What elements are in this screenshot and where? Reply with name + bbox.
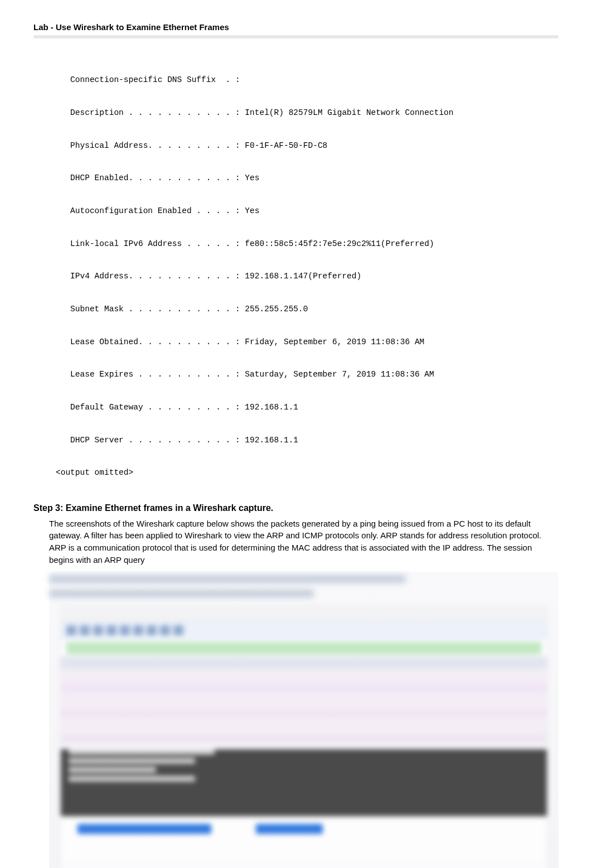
console-line: Link-local IPv6 Address . . . . . : fe80… — [56, 239, 559, 250]
console-line: DHCP Enabled. . . . . . . . . . . : Yes — [56, 173, 559, 184]
console-line: Lease Obtained. . . . . . . . . . : Frid… — [56, 337, 559, 348]
console-output: Connection-specific DNS Suffix . : Descr… — [56, 53, 559, 490]
wireshark-screenshot-mock — [60, 605, 547, 869]
console-line: Connection-specific DNS Suffix . : — [56, 75, 559, 86]
console-line: IPv4 Address. . . . . . . . . . . : 192.… — [56, 271, 559, 282]
step3-heading: Step 3: Examine Ethernet frames in a Wir… — [33, 503, 559, 513]
step3-paragraph: The screenshots of the Wireshark capture… — [49, 518, 553, 566]
page-title: Lab - Use Wireshark to Examine Ethernet … — [33, 22, 559, 32]
console-line: Physical Address. . . . . . . . . : F0-1… — [56, 141, 559, 152]
console-line: Subnet Mask . . . . . . . . . . . : 255.… — [56, 304, 559, 315]
console-line: <output omitted> — [56, 467, 559, 479]
blurred-preview-region — [49, 572, 559, 869]
console-line: Default Gateway . . . . . . . . . : 192.… — [56, 402, 559, 413]
console-line: Autoconfiguration Enabled . . . . : Yes — [56, 206, 559, 217]
console-line: DHCP Server . . . . . . . . . . . : 192.… — [56, 435, 559, 446]
console-line: Lease Expires . . . . . . . . . . : Satu… — [56, 369, 559, 380]
title-underline — [33, 35, 559, 38]
console-line: Description . . . . . . . . . . . : Inte… — [56, 108, 559, 119]
